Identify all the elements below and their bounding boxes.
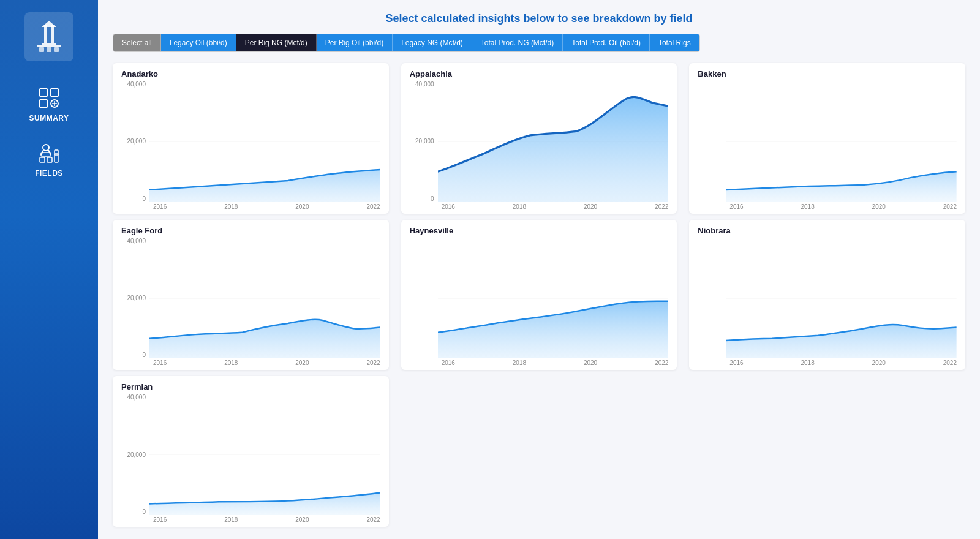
chart-bakken-body <box>698 81 957 202</box>
chart-niobrara: Niobrara <box>689 220 965 371</box>
chart-anadarko-yaxis: 40,000 20,000 0 <box>121 81 149 202</box>
chart-appalachia-title: Appalachia <box>410 69 669 78</box>
chart-niobrara-yaxis <box>698 238 726 359</box>
filter-per-rig-ng[interactable]: Per Rig NG (Mcf/d) <box>236 34 317 51</box>
chart-permian: Permian 40,000 20,000 0 <box>113 376 389 527</box>
filter-bar: Select all Legacy Oil (bbi/d) Per Rig NG… <box>113 34 700 52</box>
sidebar-item-fields[interactable]: FIELDS <box>6 135 92 184</box>
chart-anadarko-xaxis: 2016 2018 2020 2022 <box>121 203 380 210</box>
charts-grid: Anadarko 40,000 20,000 0 <box>113 63 965 527</box>
chart-eagle-ford-area <box>149 238 380 359</box>
filter-select-all[interactable]: Select all <box>113 34 161 51</box>
svg-rect-3 <box>42 43 56 45</box>
chart-eagle-ford-body: 40,000 20,000 0 <box>121 238 380 359</box>
chart-anadarko-title: Anadarko <box>121 69 380 78</box>
chart-bakken-title: Bakken <box>698 69 957 78</box>
chart-bakken-area <box>726 81 957 202</box>
svg-rect-7 <box>54 47 59 52</box>
svg-rect-8 <box>40 89 47 96</box>
sidebar-item-summary[interactable]: SUMMARY <box>6 80 92 129</box>
sidebar: SUMMARY FIELDS <box>0 0 98 539</box>
chart-niobrara-xaxis: 2016 2018 2020 2022 <box>698 360 957 366</box>
page-title: Select calculated insights below to see … <box>113 12 965 25</box>
svg-rect-5 <box>39 47 44 52</box>
svg-rect-0 <box>44 24 47 43</box>
filter-total-prod-ng[interactable]: Total Prod. NG (Mcf/d) <box>472 34 563 51</box>
chart-permian-body: 40,000 20,000 0 <box>121 394 380 515</box>
chart-permian-title: Permian <box>121 382 380 391</box>
logo <box>24 12 74 61</box>
sidebar-fields-label: FIELDS <box>35 169 63 178</box>
chart-haynesville-area <box>438 238 669 359</box>
fields-icon <box>37 141 61 165</box>
chart-eagle-ford-xaxis: 2016 2018 2020 2022 <box>121 360 380 366</box>
chart-haynesville-title: Haynesville <box>410 226 669 235</box>
chart-anadarko-area <box>149 81 380 202</box>
chart-niobrara-body <box>698 238 957 359</box>
svg-marker-2 <box>42 21 56 27</box>
logo-icon <box>31 18 67 55</box>
filter-total-rigs[interactable]: Total Rigs <box>650 34 699 51</box>
chart-permian-area <box>149 394 380 515</box>
svg-point-14 <box>43 145 49 151</box>
svg-rect-21 <box>55 150 58 155</box>
svg-rect-18 <box>40 157 45 162</box>
svg-rect-10 <box>40 100 47 107</box>
chart-bakken-yaxis <box>698 81 726 202</box>
chart-eagle-ford: Eagle Ford 40,000 20,000 0 <box>113 220 389 371</box>
sidebar-summary-label: SUMMARY <box>29 114 69 123</box>
filter-total-prod-oil[interactable]: Total Prod. Oil (bbi/d) <box>563 34 650 51</box>
chart-appalachia: Appalachia 40,000 20,000 0 <box>401 63 677 214</box>
chart-haynesville-xaxis: 2016 2018 2020 2022 <box>410 360 669 366</box>
chart-appalachia-body: 40,000 20,000 0 <box>410 81 669 202</box>
svg-rect-4 <box>37 45 61 47</box>
chart-bakken-xaxis: 2016 2018 2020 2022 <box>698 203 957 210</box>
chart-bakken: Bakken <box>689 63 965 214</box>
chart-eagle-ford-title: Eagle Ford <box>121 226 380 235</box>
chart-niobrara-area <box>726 238 957 359</box>
summary-icon <box>37 86 61 110</box>
svg-rect-9 <box>51 89 58 96</box>
filter-legacy-oil[interactable]: Legacy Oil (bbi/d) <box>161 34 236 51</box>
chart-appalachia-area <box>438 81 669 202</box>
svg-rect-1 <box>51 24 54 43</box>
svg-rect-19 <box>47 157 52 162</box>
chart-haynesville-body <box>410 238 669 359</box>
chart-haynesville-yaxis <box>410 238 438 359</box>
main-content: Select calculated insights below to see … <box>98 0 980 539</box>
svg-rect-6 <box>47 47 51 52</box>
filter-legacy-ng[interactable]: Legacy NG (Mcf/d) <box>393 34 472 51</box>
chart-haynesville: Haynesville <box>401 220 677 371</box>
chart-appalachia-xaxis: 2016 2018 2020 2022 <box>410 203 669 210</box>
chart-permian-yaxis: 40,000 20,000 0 <box>121 394 149 515</box>
chart-anadarko: Anadarko 40,000 20,000 0 <box>113 63 389 214</box>
chart-anadarko-body: 40,000 20,000 0 <box>121 81 380 202</box>
chart-eagle-ford-yaxis: 40,000 20,000 0 <box>121 238 149 359</box>
chart-appalachia-yaxis: 40,000 20,000 0 <box>410 81 438 202</box>
filter-per-rig-oil[interactable]: Per Rig Oil (bbi/d) <box>317 34 393 51</box>
chart-niobrara-title: Niobrara <box>698 226 957 235</box>
chart-permian-xaxis: 2016 2018 2020 2022 <box>121 516 380 523</box>
